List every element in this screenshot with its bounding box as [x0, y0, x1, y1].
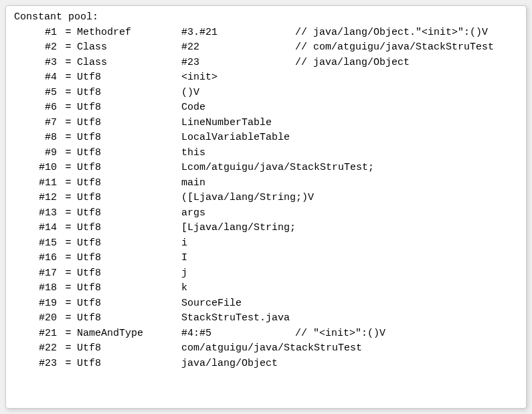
cp-comment: [295, 296, 519, 312]
cp-equals: =: [60, 100, 77, 116]
cp-equals: =: [60, 206, 77, 221]
cp-type: Class: [77, 56, 181, 71]
cp-comment: [295, 191, 519, 206]
cp-equals: =: [60, 281, 77, 296]
cp-value: #4:#5: [181, 326, 295, 342]
cp-value: this: [181, 146, 295, 161]
cp-value: Lcom/atguigu/java/StackStruTest;: [181, 161, 295, 176]
cp-comment: [295, 100, 519, 116]
constant-pool-row: #13=Utf8args: [13, 206, 519, 221]
constant-pool-row: #10=Utf8Lcom/atguigu/java/StackStruTest;: [13, 161, 519, 176]
cp-equals: =: [60, 326, 77, 342]
cp-comment: [295, 146, 519, 161]
cp-value: #23: [181, 56, 295, 71]
cp-index: #9: [13, 146, 60, 161]
cp-comment: [295, 236, 519, 251]
cp-index: #16: [13, 251, 60, 266]
cp-value: LineNumberTable: [181, 116, 295, 131]
cp-comment: // java/lang/Object: [295, 56, 519, 71]
cp-type: Utf8: [77, 176, 181, 191]
cp-type: Utf8: [77, 236, 181, 251]
cp-equals: =: [60, 146, 77, 161]
cp-type: Utf8: [77, 191, 181, 206]
cp-equals: =: [60, 341, 77, 356]
constant-pool-panel: Constant pool: #1=Methodref#3.#21// java…: [5, 5, 527, 409]
cp-equals: =: [60, 130, 77, 146]
cp-comment: [295, 130, 519, 146]
cp-type: Utf8: [77, 281, 181, 296]
cp-index: #1: [13, 25, 60, 41]
cp-value: com/atguigu/java/StackStruTest: [181, 341, 295, 356]
cp-comment: // java/lang/Object."<init>":()V: [295, 25, 519, 41]
cp-type: Utf8: [77, 86, 181, 101]
constant-pool-row: #12=Utf8([Ljava/lang/String;)V: [13, 191, 519, 206]
cp-value: k: [181, 281, 295, 296]
cp-value: #22: [181, 40, 295, 56]
constant-pool-row: #21=NameAndType#4:#5// "<init>":()V: [13, 326, 519, 342]
cp-value: ()V: [181, 86, 295, 101]
cp-value: I: [181, 251, 295, 266]
cp-equals: =: [60, 296, 77, 312]
cp-type: Utf8: [77, 161, 181, 176]
constant-pool-row: #23=Utf8java/lang/Object: [13, 356, 519, 372]
cp-comment: // com/atguigu/java/StackStruTest: [295, 40, 519, 56]
cp-comment: [295, 281, 519, 296]
cp-index: #14: [13, 221, 60, 236]
cp-index: #10: [13, 161, 60, 176]
cp-value: args: [181, 206, 295, 221]
cp-comment: [295, 116, 519, 131]
cp-comment: [295, 221, 519, 236]
cp-value: i: [181, 236, 295, 251]
cp-type: Utf8: [77, 341, 181, 356]
constant-pool-row: #1=Methodref#3.#21// java/lang/Object."<…: [13, 25, 519, 41]
cp-type: Utf8: [77, 266, 181, 282]
cp-equals: =: [60, 70, 77, 86]
cp-equals: =: [60, 251, 77, 266]
constant-pool-row: #18=Utf8k: [13, 281, 519, 296]
cp-value: <init>: [181, 70, 295, 86]
cp-index: #2: [13, 40, 60, 56]
cp-equals: =: [60, 161, 77, 176]
constant-pool-row: #16=Utf8I: [13, 251, 519, 266]
cp-index: #5: [13, 86, 60, 101]
cp-index: #8: [13, 130, 60, 146]
cp-equals: =: [60, 311, 77, 326]
constant-pool-row: #4=Utf8<init>: [13, 70, 519, 86]
constant-pool-row: #11=Utf8main: [13, 176, 519, 191]
cp-type: Utf8: [77, 221, 181, 236]
cp-type: Utf8: [77, 311, 181, 326]
cp-equals: =: [60, 266, 77, 282]
constant-pool-row: #22=Utf8com/atguigu/java/StackStruTest: [13, 341, 519, 356]
cp-type: Utf8: [77, 296, 181, 312]
cp-type: Utf8: [77, 356, 181, 372]
cp-comment: [295, 311, 519, 326]
cp-type: Utf8: [77, 100, 181, 116]
constant-pool-row: #19=Utf8SourceFile: [13, 296, 519, 312]
cp-type: Utf8: [77, 130, 181, 146]
constant-pool-row: #6=Utf8Code: [13, 100, 519, 116]
cp-value: j: [181, 266, 295, 282]
cp-type: Utf8: [77, 70, 181, 86]
cp-index: #23: [13, 356, 60, 372]
cp-index: #4: [13, 70, 60, 86]
cp-equals: =: [60, 356, 77, 372]
cp-index: #6: [13, 100, 60, 116]
cp-type: Utf8: [77, 146, 181, 161]
cp-value: main: [181, 176, 295, 191]
cp-value: Code: [181, 100, 295, 116]
constant-pool-rows: #1=Methodref#3.#21// java/lang/Object."<…: [13, 25, 519, 372]
constant-pool-row: #7=Utf8LineNumberTable: [13, 116, 519, 131]
cp-equals: =: [60, 40, 77, 56]
cp-value: LocalVariableTable: [181, 130, 295, 146]
cp-type: Utf8: [77, 251, 181, 266]
cp-comment: [295, 161, 519, 176]
cp-value: SourceFile: [181, 296, 295, 312]
cp-comment: [295, 356, 519, 372]
cp-index: #12: [13, 191, 60, 206]
constant-pool-row: #17=Utf8j: [13, 266, 519, 282]
cp-index: #7: [13, 116, 60, 131]
cp-equals: =: [60, 236, 77, 251]
cp-index: #20: [13, 311, 60, 326]
cp-comment: // "<init>":()V: [295, 326, 519, 342]
constant-pool-row: #14=Utf8[Ljava/lang/String;: [13, 221, 519, 236]
